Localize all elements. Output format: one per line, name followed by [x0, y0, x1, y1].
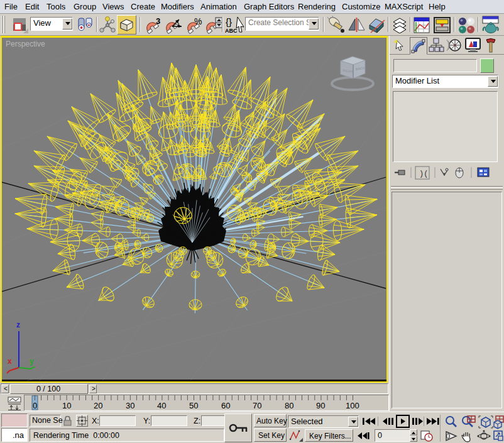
- svg-text:50: 50: [189, 401, 198, 410]
- svg-text:)(: )(: [419, 170, 428, 178]
- svg-text:%: %: [194, 16, 202, 26]
- svg-text:0: 0: [33, 401, 37, 410]
- svg-text:60: 60: [221, 401, 230, 410]
- svg-text:100: 100: [346, 401, 359, 410]
- svg-text:z: z: [16, 320, 20, 329]
- svg-text:30: 30: [126, 401, 134, 410]
- svg-text:90: 90: [316, 401, 325, 410]
- svg-text:10: 10: [62, 401, 71, 410]
- svg-text:y: y: [30, 357, 34, 366]
- svg-text:80: 80: [285, 401, 293, 410]
- svg-text:x: x: [8, 357, 12, 366]
- svg-text:70: 70: [253, 401, 261, 410]
- svg-text:{}: {}: [226, 16, 232, 27]
- svg-text:ABC: ABC: [225, 28, 238, 34]
- svg-text:3: 3: [156, 16, 160, 26]
- svg-text:40: 40: [157, 401, 166, 410]
- svg-text:20: 20: [94, 401, 102, 410]
